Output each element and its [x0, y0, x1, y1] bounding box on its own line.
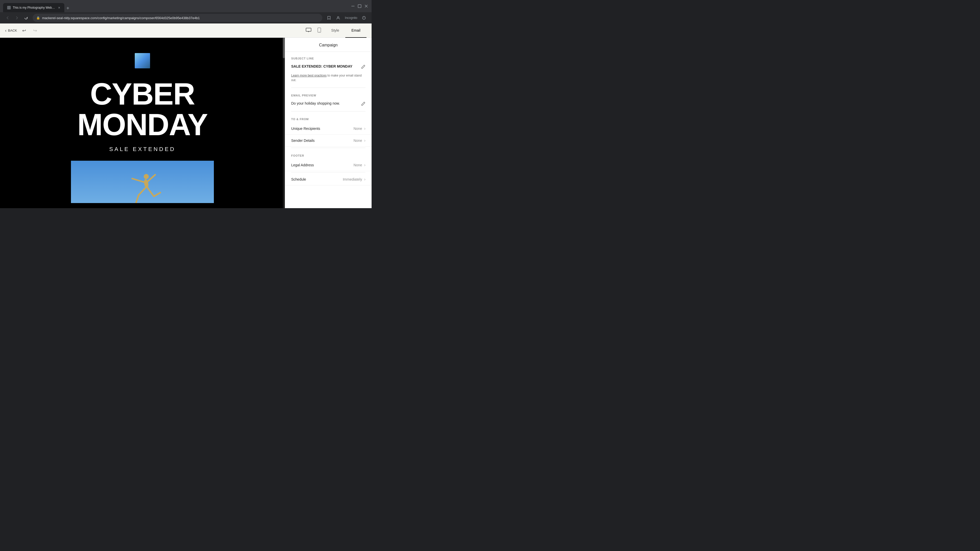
main-layout: CYBER MONDAY SALE EXTENDED	[0, 38, 372, 208]
preview-scroll[interactable]: CYBER MONDAY SALE EXTENDED	[0, 38, 285, 208]
tab-title: This is my Photography Website	[13, 6, 56, 10]
refresh-button[interactable]	[22, 14, 30, 21]
panel-title: Campaign	[291, 43, 366, 48]
email-tab[interactable]: Email	[345, 24, 366, 38]
nav-actions: Incognito	[325, 14, 368, 21]
incognito-label: Incognito	[344, 16, 358, 20]
scrollbar-thumb[interactable]	[283, 38, 285, 58]
divider-3	[291, 148, 366, 148]
browser-tabs: This is my Photography Website × +	[3, 0, 72, 12]
email-preview-label: EMAIL PREVIEW	[285, 89, 372, 99]
profile-button[interactable]	[334, 14, 342, 21]
redo-button[interactable]: ↪	[31, 27, 39, 35]
footer-label: FOOTER	[285, 149, 372, 159]
panel-header: Campaign	[285, 38, 372, 52]
schedule-row[interactable]: Schedule Immediately ›	[285, 173, 372, 186]
scrollbar-track[interactable]	[283, 38, 285, 208]
email-preview-content: Do your holiday shopping now.	[291, 101, 366, 107]
unique-recipients-label: Unique Recipients	[291, 127, 353, 130]
email-logo	[135, 53, 150, 68]
svg-point-12	[319, 32, 320, 32]
browser-chrome: This is my Photography Website × +	[0, 0, 372, 12]
to-from-label: TO & FROM	[285, 113, 372, 123]
sender-details-chevron: ›	[364, 138, 366, 143]
forward-nav-button[interactable]	[13, 14, 21, 21]
tab-favicon	[7, 6, 11, 10]
back-button[interactable]: ‹ BACK	[5, 28, 17, 33]
svg-point-7	[364, 18, 364, 19]
unique-recipients-chevron: ›	[364, 126, 366, 131]
right-panel: Campaign SUBJECT LINE SALE EXTENDED: CYB…	[285, 38, 372, 208]
sale-extended-text: SALE EXTENDED	[109, 146, 176, 152]
desktop-view-button[interactable]	[305, 27, 312, 34]
right-tabs: Style Email	[325, 24, 366, 38]
email-preview-area: CYBER MONDAY SALE EXTENDED	[0, 38, 285, 208]
schedule-label: Schedule	[291, 177, 343, 181]
back-nav-button[interactable]	[4, 14, 11, 21]
email-content: CYBER MONDAY SALE EXTENDED	[5, 38, 280, 208]
maximize-icon[interactable]	[357, 4, 362, 8]
sender-details-row[interactable]: Sender Details None ›	[285, 135, 372, 147]
hero-image	[71, 161, 214, 203]
app-toolbar: ‹ BACK ↩ ↪ Style Email	[0, 24, 372, 38]
address-bar[interactable]: 🔒 mackerel-seal-nldy.squarespace.com/con…	[33, 14, 322, 22]
style-tab[interactable]: Style	[325, 24, 345, 38]
mobile-view-button[interactable]	[317, 27, 322, 35]
sender-details-value: None	[353, 138, 362, 143]
tab-close-button[interactable]: ×	[58, 6, 60, 10]
new-tab-button[interactable]: +	[64, 4, 72, 12]
svg-point-4	[337, 17, 339, 18]
close-window-icon[interactable]	[364, 4, 369, 8]
legal-address-row[interactable]: Legal Address None ›	[285, 159, 372, 171]
subject-text: SALE EXTENDED: CYBER MONDAY	[291, 64, 359, 69]
sender-details-label: Sender Details	[291, 138, 353, 143]
schedule-value: Immediately	[343, 177, 362, 181]
address-text: mackerel-seal-nldy.squarespace.com/confi…	[42, 16, 200, 20]
legal-address-label: Legal Address	[291, 163, 353, 167]
cyber-monday-title: CYBER MONDAY	[77, 79, 207, 140]
legal-address-chevron: ›	[364, 163, 366, 167]
best-practices-link[interactable]: Learn more best practices	[291, 74, 327, 77]
subject-line-content: SALE EXTENDED: CYBER MONDAY	[291, 64, 366, 70]
schedule-chevron: ›	[364, 177, 366, 182]
nav-arrows	[4, 14, 30, 21]
email-preview-text: Do your holiday shopping now.	[291, 101, 359, 106]
divider-1	[291, 87, 366, 88]
best-practices-text: Learn more best practices to make your e…	[285, 71, 372, 86]
email-preview-area-panel: Do your holiday shopping now.	[285, 99, 372, 108]
svg-rect-1	[358, 5, 361, 8]
edit-preview-button[interactable]	[361, 102, 366, 107]
subject-line-area: SALE EXTENDED: CYBER MONDAY	[285, 62, 372, 71]
view-toggle	[305, 27, 322, 35]
svg-rect-8	[306, 28, 311, 32]
minimize-icon[interactable]	[351, 4, 355, 8]
back-label: BACK	[8, 29, 17, 32]
back-arrow-icon: ‹	[5, 28, 6, 33]
lock-icon: 🔒	[36, 16, 40, 20]
svg-point-16	[144, 174, 149, 179]
bookmark-button[interactable]	[325, 14, 332, 21]
unique-recipients-value: None	[353, 127, 362, 130]
unique-recipients-row[interactable]: Unique Recipients None ›	[285, 123, 372, 135]
subject-line-label: SUBJECT LINE	[285, 52, 372, 62]
navigation-bar: 🔒 mackerel-seal-nldy.squarespace.com/con…	[0, 12, 372, 24]
extensions-button[interactable]	[360, 14, 368, 21]
logo-image	[135, 53, 150, 68]
divider-2	[291, 111, 366, 111]
active-tab[interactable]: This is my Photography Website ×	[3, 3, 64, 12]
legal-address-value: None	[353, 163, 362, 167]
undo-button[interactable]: ↩	[20, 27, 28, 35]
edit-subject-button[interactable]	[361, 65, 366, 70]
